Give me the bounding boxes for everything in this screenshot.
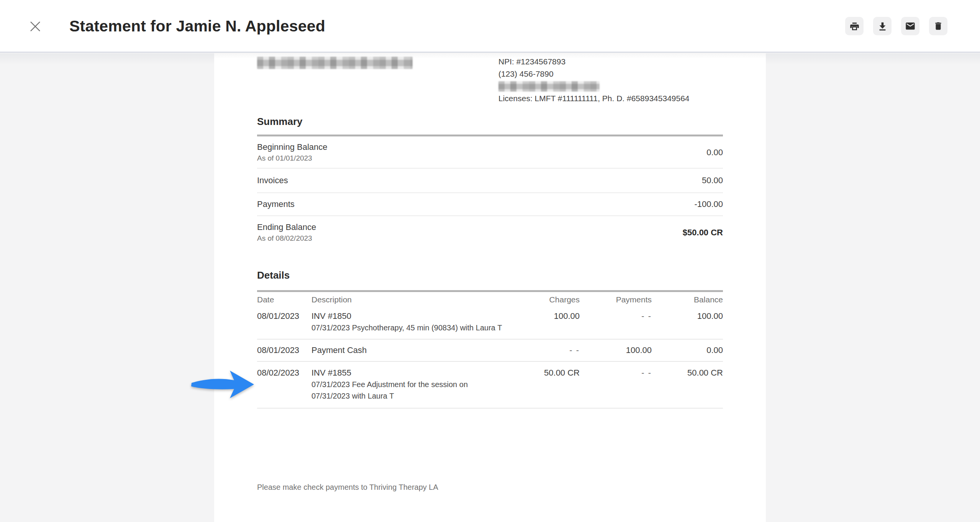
details-heading: Details [257,269,723,281]
cell-charges: - - [508,345,580,356]
cell-description: INV #1850 [311,310,508,322]
trash-icon [933,21,943,31]
table-row: 08/01/2023 Payment Cash - - 100.00 0.00 [257,340,723,362]
summary-value: 50.00 [702,175,723,186]
print-button[interactable] [845,17,864,35]
cell-date: 08/01/2023 [257,310,311,322]
summary-row-payments: Payments -100.00 [257,193,723,216]
summary-label: Beginning Balance [257,141,327,153]
column-header-description: Description [311,294,508,305]
column-header-date: Date [257,294,311,305]
document-head: NPI: #1234567893 (123) 456-7890 Licenses… [257,53,723,116]
summary-row-ending-balance: Ending Balance As of 08/02/2023 $50.00 C… [257,216,723,248]
cell-charges: 100.00 [508,310,580,322]
provider-licenses: Licenses: LMFT #111111111, Ph. D. #65893… [498,92,690,105]
column-header-charges: Charges [508,294,580,305]
email-icon [905,21,916,31]
cell-payments: 100.00 [580,345,652,356]
summary-label: Payments [257,199,295,210]
content-background: NPI: #1234567893 (123) 456-7890 Licenses… [0,53,980,522]
cell-description-sub: 07/31/2023 Fee Adjustment for the sessio… [311,379,508,402]
header-bar: Statement for Jamie N. Appleseed [0,0,980,53]
details-section: Details Date Description Charges Payment… [257,269,723,409]
annotation-arrow [190,370,255,399]
printer-icon [849,21,860,31]
summary-value: -100.00 [694,199,723,210]
summary-label: Invoices [257,175,288,186]
cell-description: Payment Cash [311,345,508,356]
download-icon [877,21,888,31]
redacted-provider-line-blur [498,81,600,92]
cell-description-sub: 07/31/2023 Psychotherapy, 45 min (90834)… [311,322,508,333]
redacted-practice-info-blur [257,57,413,69]
column-header-balance: Balance [652,294,723,305]
details-table-header: Date Description Charges Payments Balanc… [257,292,723,308]
delete-button[interactable] [929,17,947,35]
column-header-payments: Payments [580,294,652,305]
summary-sublabel: As of 08/02/2023 [257,233,316,243]
cell-balance: 50.00 CR [652,367,723,379]
cell-balance: 100.00 [652,310,723,322]
check-payments-note: Please make check payments to Thriving T… [257,482,723,492]
cell-date: 08/02/2023 [257,367,311,379]
email-button[interactable] [901,17,919,35]
cell-payments: - - [580,367,652,379]
cell-date: 08/01/2023 [257,345,311,356]
summary-value-ending: $50.00 CR [683,227,723,238]
close-icon [28,20,42,34]
summary-row-beginning-balance: Beginning Balance As of 01/01/2023 0.00 [257,136,723,169]
cell-description: INV #1855 [311,367,508,379]
summary-heading: Summary [257,116,723,127]
summary-sublabel: As of 01/01/2023 [257,153,327,163]
summary-label: Ending Balance [257,222,316,233]
close-button[interactable] [25,17,45,37]
table-row-highlighted: 08/02/2023 INV #1855 07/31/2023 Fee Adju… [257,362,723,409]
statement-document: NPI: #1234567893 (123) 456-7890 Licenses… [214,53,766,522]
provider-phone: (123) 456-7890 [498,68,690,80]
cell-balance: 0.00 [652,345,723,356]
download-button[interactable] [873,17,892,35]
page-title: Statement for Jamie N. Appleseed [69,0,325,53]
provider-npi: NPI: #1234567893 [498,56,690,68]
table-row: 08/01/2023 INV #1850 07/31/2023 Psychoth… [257,308,723,340]
cell-charges: 50.00 CR [508,367,580,379]
provider-info: NPI: #1234567893 (123) 456-7890 Licenses… [498,56,690,105]
cell-payments: - - [580,310,652,322]
summary-value: 0.00 [706,147,723,158]
header-actions [845,17,947,35]
summary-row-invoices: Invoices 50.00 [257,169,723,193]
